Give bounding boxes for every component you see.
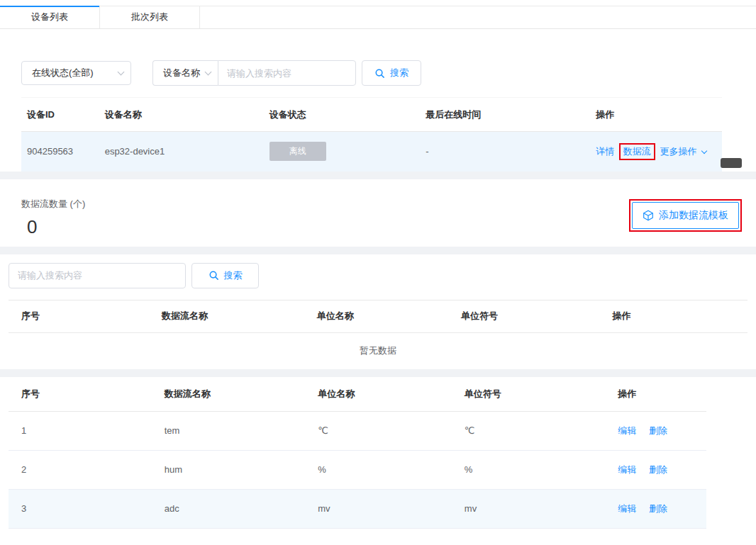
stream-name-cell: hum — [152, 450, 305, 489]
device-name-cell: esp32-device1 — [99, 132, 264, 172]
add-template-highlight-box: 添加数据流模板 — [629, 199, 742, 232]
datastream-search-button[interactable]: 搜索 — [191, 263, 259, 288]
device-table-row[interactable]: 904259563 esp32-device1 离线 - 详情 数据流 更多操作 — [21, 132, 722, 172]
unit-symbol-cell: mv — [452, 489, 605, 528]
col-header-actions: 操作 — [605, 377, 706, 411]
col-header-stream-name: 数据流名称 — [149, 300, 304, 332]
unit-name-cell: % — [305, 450, 452, 489]
datastream-row-hum[interactable]: 2 hum % % 编辑 删除 — [9, 450, 706, 489]
row-actions-cell: 编辑 删除 — [605, 489, 706, 528]
datastream-summary-card: 数据流数量 (个) 0 添加数据流模板 — [0, 179, 756, 247]
col-header-index: 序号 — [9, 300, 149, 332]
col-header-unit-symbol: 单位符号 — [452, 377, 605, 411]
col-header-device-id: 设备ID — [21, 98, 99, 132]
datastream-search-input[interactable] — [9, 263, 186, 288]
device-list-card: 设备列表 批次列表 在线状态(全部) 设备名称 搜索 — [0, 0, 756, 172]
delete-link[interactable]: 删除 — [649, 503, 667, 514]
delete-link[interactable]: 删除 — [649, 464, 667, 475]
col-header-stream-name: 数据流名称 — [152, 377, 305, 411]
detail-link[interactable]: 详情 — [596, 146, 614, 157]
datastream-list-card: 序号 数据流名称 单位名称 单位符号 操作 1 tem ℃ ℃ 编辑 删除 — [0, 377, 756, 545]
tab-device-list[interactable]: 设备列表 — [0, 6, 100, 28]
col-header-device-name: 设备名称 — [99, 98, 264, 132]
edit-link[interactable]: 编辑 — [618, 425, 636, 436]
device-search-input[interactable] — [218, 60, 356, 86]
row-actions-cell: 编辑 删除 — [605, 450, 706, 489]
datastream-search-button-label: 搜索 — [224, 269, 243, 282]
unit-symbol-cell: % — [452, 450, 605, 489]
datastream-link[interactable]: 数据流 — [623, 146, 651, 157]
datastream-empty-table: 序号 数据流名称 单位名称 单位符号 操作 暂无数据 — [9, 300, 747, 370]
delete-link[interactable]: 删除 — [649, 425, 667, 436]
tabbar: 设备列表 批次列表 — [0, 6, 756, 29]
edit-link[interactable]: 编辑 — [618, 503, 636, 514]
chevron-down-icon — [701, 148, 707, 154]
col-header-unit-name: 单位名称 — [304, 300, 448, 332]
last-online-cell: - — [420, 132, 590, 172]
empty-row: 暂无数据 — [9, 332, 747, 369]
unit-symbol-cell: ℃ — [452, 411, 605, 450]
datastream-row-adc[interactable]: 3 adc mv mv 编辑 删除 — [9, 489, 706, 528]
datastream-table: 序号 数据流名称 单位名称 单位符号 操作 1 tem ℃ ℃ 编辑 删除 — [9, 377, 706, 529]
col-header-actions: 操作 — [600, 300, 747, 332]
datastream-table-header-row: 序号 数据流名称 单位名称 单位符号 操作 — [9, 300, 747, 332]
online-status-select[interactable]: 在线状态(全部) — [21, 61, 131, 85]
tab-batch-list[interactable]: 批次列表 — [100, 6, 200, 28]
col-header-actions: 操作 — [590, 98, 722, 132]
col-header-index: 序号 — [9, 377, 152, 411]
search-field-select[interactable]: 设备名称 — [152, 60, 218, 86]
device-status-cell: 离线 — [264, 132, 420, 172]
col-header-last-online: 最后在线时间 — [420, 98, 590, 132]
online-status-select-value: 在线状态(全部) — [32, 67, 94, 79]
section-divider — [0, 247, 756, 254]
row-actions-cell: 编辑 删除 — [605, 411, 706, 450]
section-divider — [0, 369, 756, 377]
index-cell: 2 — [9, 450, 152, 489]
chevron-down-icon — [118, 69, 125, 76]
col-header-unit-name: 单位名称 — [305, 377, 452, 411]
device-search-button[interactable]: 搜索 — [362, 60, 421, 86]
datastream-row-tem[interactable]: 1 tem ℃ ℃ 编辑 删除 — [9, 411, 706, 450]
col-header-unit-symbol: 单位符号 — [448, 300, 600, 332]
datastream-search-bar: 搜索 — [9, 263, 747, 288]
box-icon — [643, 210, 654, 221]
edit-link[interactable]: 编辑 — [618, 464, 636, 475]
device-search-group: 设备名称 — [152, 60, 356, 86]
section-divider — [0, 172, 756, 179]
device-search-button-label: 搜索 — [390, 67, 408, 79]
device-id-cell: 904259563 — [21, 132, 99, 172]
unit-name-cell: ℃ — [305, 411, 452, 450]
chevron-down-icon — [205, 69, 212, 76]
index-cell: 3 — [9, 489, 152, 528]
index-cell: 1 — [9, 411, 152, 450]
datastream-link-highlight-box: 数据流 — [619, 143, 655, 160]
search-icon — [209, 270, 219, 281]
device-table-header-row: 设备ID 设备名称 设备状态 最后在线时间 操作 — [21, 98, 722, 132]
empty-data-text: 暂无数据 — [9, 332, 747, 369]
device-actions-cell: 详情 数据流 更多操作 — [590, 132, 722, 172]
search-field-select-value: 设备名称 — [163, 67, 200, 79]
stream-name-cell: adc — [152, 489, 305, 528]
page: 设备列表 批次列表 在线状态(全部) 设备名称 搜索 — [0, 0, 756, 545]
device-filter-bar: 在线状态(全部) 设备名称 搜索 — [21, 60, 756, 86]
datastream-table-header-row: 序号 数据流名称 单位名称 单位符号 操作 — [9, 377, 706, 411]
unit-name-cell: mv — [305, 489, 452, 528]
search-icon — [374, 68, 385, 79]
horizontal-scrollbar-thumb[interactable] — [721, 158, 742, 168]
stream-name-cell: tem — [152, 411, 305, 450]
add-template-button-label: 添加数据流模板 — [659, 209, 728, 222]
more-actions-link[interactable]: 更多操作 — [660, 146, 706, 157]
col-header-device-status: 设备状态 — [264, 98, 420, 132]
datastream-search-card: 搜索 序号 数据流名称 单位名称 单位符号 操作 暂无数据 — [0, 254, 756, 370]
add-datastream-template-button[interactable]: 添加数据流模板 — [632, 202, 739, 229]
more-actions-label: 更多操作 — [660, 146, 696, 157]
datastream-count-label: 数据流数量 (个) — [21, 198, 735, 210]
offline-status-badge: 离线 — [269, 142, 326, 161]
device-table: 设备ID 设备名称 设备状态 最后在线时间 操作 904259563 esp32… — [21, 97, 722, 172]
